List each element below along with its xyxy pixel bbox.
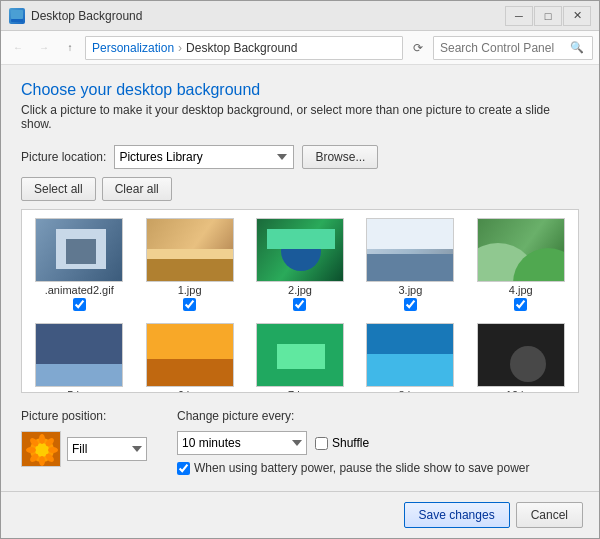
search-icon[interactable]: 🔍: [570, 41, 584, 54]
picture-position-select[interactable]: Fill: [67, 437, 147, 461]
up-button[interactable]: ↑: [59, 37, 81, 59]
image-cell[interactable]: 10.jpg: [468, 319, 574, 393]
refresh-button[interactable]: ⟳: [407, 37, 429, 59]
window-icon: [9, 8, 25, 24]
image-label: 2.jpg: [288, 284, 312, 296]
footer: Save changes Cancel: [1, 491, 599, 538]
image-checkbox[interactable]: [73, 298, 86, 311]
interval-row: 10 minutes Shuffle: [177, 431, 530, 455]
image-checkbox[interactable]: [183, 298, 196, 311]
breadcrumb-personalization[interactable]: Personalization: [92, 41, 174, 55]
image-thumbnail: [366, 323, 454, 387]
image-cell[interactable]: 3.jpg: [357, 214, 463, 315]
window-title: Desktop Background: [31, 9, 505, 23]
image-cell[interactable]: 4.jpg: [468, 214, 574, 315]
clear-all-button[interactable]: Clear all: [102, 177, 172, 201]
minimize-button[interactable]: ─: [505, 6, 533, 26]
battery-row: When using battery power, pause the slid…: [177, 461, 530, 475]
position-row: Fill: [21, 431, 147, 467]
image-checkbox[interactable]: [514, 298, 527, 311]
select-all-button[interactable]: Select all: [21, 177, 96, 201]
close-button[interactable]: ✕: [563, 6, 591, 26]
image-cell[interactable]: 6.jpg: [136, 319, 242, 393]
image-label: 5.jpg: [67, 389, 91, 393]
image-cell[interactable]: 5.jpg: [26, 319, 132, 393]
browse-button[interactable]: Browse...: [302, 145, 378, 169]
desktop-background-window: Desktop Background ─ □ ✕ ← → ↑ Personali…: [0, 0, 600, 539]
image-label: 6.jpg: [178, 389, 202, 393]
image-label: .animated2.gif: [45, 284, 114, 296]
image-cell[interactable]: 8.jpg: [357, 319, 463, 393]
search-box: 🔍: [433, 36, 593, 60]
image-thumbnail: [35, 218, 123, 282]
image-checkbox[interactable]: [404, 298, 417, 311]
forward-button[interactable]: →: [33, 37, 55, 59]
change-picture-label: Change picture every:: [177, 409, 294, 423]
image-label: 10.jpg: [506, 389, 536, 393]
cancel-button[interactable]: Cancel: [516, 502, 583, 528]
image-label: 8.jpg: [398, 389, 422, 393]
image-label: 3.jpg: [398, 284, 422, 296]
image-thumbnail: [477, 218, 565, 282]
battery-checkbox[interactable]: [177, 462, 190, 475]
image-thumbnail: [146, 218, 234, 282]
image-grid-container[interactable]: .animated2.gif1.jpg2.jpg3.jpg4.jpg5.jpg6…: [21, 209, 579, 393]
back-button[interactable]: ←: [7, 37, 29, 59]
position-thumbnail: [21, 431, 61, 467]
picture-location-select[interactable]: Pictures Library: [114, 145, 294, 169]
svg-rect-0: [11, 10, 23, 19]
shuffle-row: Shuffle: [315, 436, 369, 450]
page-title: Choose your desktop background: [21, 81, 579, 99]
picture-location-row: Picture location: Pictures Library Brows…: [21, 145, 579, 169]
title-bar: Desktop Background ─ □ ✕: [1, 1, 599, 31]
page-subtitle: Click a picture to make it your desktop …: [21, 103, 579, 131]
image-thumbnail: [256, 323, 344, 387]
picture-position-section: Picture position: Fill: [21, 409, 147, 467]
maximize-button[interactable]: □: [534, 6, 562, 26]
shuffle-label: Shuffle: [332, 436, 369, 450]
image-thumbnail: [477, 323, 565, 387]
image-cell[interactable]: .animated2.gif: [26, 214, 132, 315]
search-input[interactable]: [440, 41, 570, 55]
content-area: Choose your desktop background Click a p…: [1, 65, 599, 491]
image-checkbox[interactable]: [293, 298, 306, 311]
save-changes-button[interactable]: Save changes: [404, 502, 510, 528]
image-cell[interactable]: 2.jpg: [247, 214, 353, 315]
bottom-options: Picture position: Fill Change picture ev…: [21, 403, 579, 481]
change-picture-row: Change picture every:: [177, 409, 530, 427]
image-cell[interactable]: 1.jpg: [136, 214, 242, 315]
breadcrumb-separator: ›: [178, 41, 182, 55]
change-picture-section: Change picture every: 10 minutes Shuffle…: [177, 409, 530, 475]
interval-select[interactable]: 10 minutes: [177, 431, 307, 455]
image-thumbnail: [35, 323, 123, 387]
picture-location-label: Picture location:: [21, 150, 106, 164]
image-thumbnail: [366, 218, 454, 282]
address-bar: ← → ↑ Personalization › Desktop Backgrou…: [1, 31, 599, 65]
image-cell[interactable]: 7.jpg: [247, 319, 353, 393]
window-controls: ─ □ ✕: [505, 6, 591, 26]
breadcrumb-current: Desktop Background: [186, 41, 297, 55]
svg-rect-1: [11, 19, 23, 22]
picture-position-label: Picture position:: [21, 409, 147, 423]
image-label: 7.jpg: [288, 389, 312, 393]
breadcrumb: Personalization › Desktop Background: [85, 36, 403, 60]
select-clear-row: Select all Clear all: [21, 177, 579, 201]
image-grid: .animated2.gif1.jpg2.jpg3.jpg4.jpg5.jpg6…: [22, 210, 578, 393]
image-label: 4.jpg: [509, 284, 533, 296]
image-label: 1.jpg: [178, 284, 202, 296]
battery-label: When using battery power, pause the slid…: [194, 461, 530, 475]
image-thumbnail: [256, 218, 344, 282]
image-thumbnail: [146, 323, 234, 387]
shuffle-checkbox[interactable]: [315, 437, 328, 450]
